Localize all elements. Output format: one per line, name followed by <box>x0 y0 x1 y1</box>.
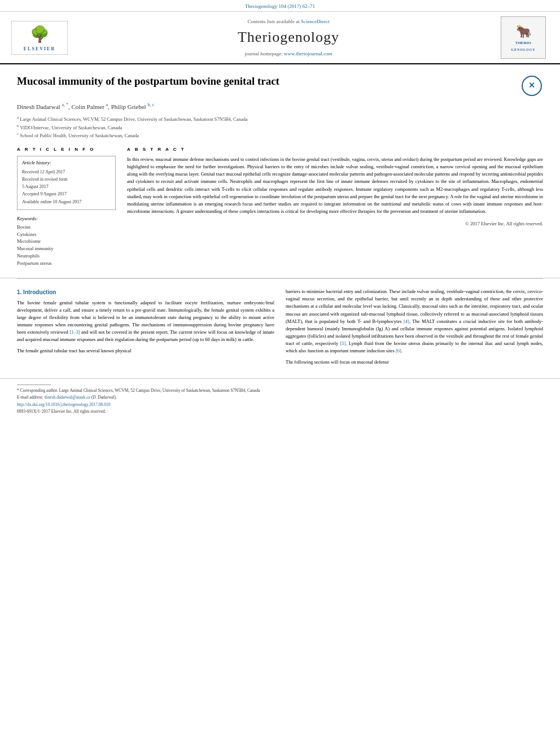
keyword-bovine: Bovine <box>17 224 116 231</box>
logo-text-top: THERIO <box>515 41 531 46</box>
body-content: 1. Introduction The bovine female genita… <box>0 279 560 378</box>
affiliations: a Large Animal Clinical Sciences, WCVM, … <box>17 115 543 139</box>
contents-line: Contents lists available at ScienceDirec… <box>79 18 498 25</box>
history-accepted: Accepted 9 August 2017 <box>22 191 111 197</box>
copyright-line: © 2017 Elsevier Inc. All rights reserved… <box>127 221 543 228</box>
journal-banner: 🌳 ELSEVIER Contents lists available at S… <box>0 12 560 64</box>
footnote-area: * Corresponding author. Large Animal Cli… <box>0 378 560 422</box>
affiliation-b: b VIDO/Intervac, University of Saskatche… <box>17 123 543 132</box>
keyword-mucosal: Mucosal immunity <box>17 246 116 252</box>
body-column-right: barriers to minimize bacterial entry and… <box>286 288 543 369</box>
body-paragraph-3: barriers to minimize bacterial entry and… <box>286 288 543 355</box>
journal-homepage: journal homepage: www.theriojournal.com <box>79 50 498 58</box>
affiliation-a: a Large Animal Clinical Sciences, WCVM, … <box>17 115 543 123</box>
article-body: A R T I C L E I N F O Article history: R… <box>17 146 543 268</box>
article-authors: Dinesh Dadarwal a, *, Colin Palmer a, Ph… <box>17 102 543 111</box>
footnote-corresponding: * Corresponding author. Large Animal Cli… <box>17 388 543 394</box>
author-sup-a: a, * <box>62 102 68 107</box>
bull-icon: 🐂 <box>516 23 531 41</box>
history-received: Received 12 April 2017 <box>22 169 111 175</box>
keyword-neutrophils: Neutrophils <box>17 253 116 260</box>
top-citation-link[interactable]: Theriogenology 104 (2017) 62–71 <box>245 3 315 9</box>
affiliation-c: c School of Public Health, University of… <box>17 131 543 139</box>
article-main: Mucosal immunity of the postpartum bovin… <box>0 64 560 278</box>
footnote-divider <box>17 385 51 385</box>
body-paragraph-2: The female genital tubular tract has sev… <box>17 347 274 355</box>
journal-title-area: Contents lists available at ScienceDirec… <box>79 18 498 58</box>
keyword-postpartum: Postpartum uterus <box>17 260 116 267</box>
abstract-header: A B S T R A C T <box>127 146 543 152</box>
ref-6[interactable]: [6] <box>396 348 401 353</box>
elsevier-logo-area: 🌳 ELSEVIER <box>11 21 79 55</box>
journal-name: Theriogenology <box>79 27 498 47</box>
author-sup-b: b, c <box>147 102 154 107</box>
ref-5[interactable]: [5] <box>340 340 345 346</box>
article-info-header: A R T I C L E I N F O <box>17 146 116 152</box>
keywords-box: Keywords: Bovine Cytokines Microbiome Mu… <box>17 216 116 267</box>
crossmark-icon <box>522 76 542 96</box>
journal-logo-right: 🐂 THERIO GENOLOGY <box>498 16 549 59</box>
section1-heading: 1. Introduction <box>17 288 274 297</box>
body-column-left: 1. Introduction The bovine female genita… <box>17 288 274 369</box>
theriogenology-logo-box: 🐂 THERIO GENOLOGY <box>501 16 546 59</box>
keyword-cytokines: Cytokines <box>17 231 116 238</box>
footnote-doi: http://dx.doi.org/10.1016/j.theriogenolo… <box>17 402 543 408</box>
keywords-title: Keywords: <box>17 216 116 222</box>
abstract-column: A B S T R A C T In this review, mucosal … <box>127 146 543 268</box>
ref-1-3[interactable]: [1–3] <box>69 329 80 335</box>
body-paragraph-1: The bovine female genital tubular system… <box>17 299 274 344</box>
footnote-email: E-mail address: dinesh.dadarwal@usask.ca… <box>17 395 543 401</box>
journal-url[interactable]: www.theriojournal.com <box>284 51 332 56</box>
article-info-column: A R T I C L E I N F O Article history: R… <box>17 146 116 268</box>
article-title: Mucosal immunity of the postpartum bovin… <box>17 75 512 89</box>
email-link[interactable]: dinesh.dadarwal@usask.ca <box>45 395 90 400</box>
history-revised-date: 5 August 2017 <box>22 184 111 190</box>
keyword-microbiome: Microbiome <box>17 238 116 245</box>
sciencedirect-link[interactable]: ScienceDirect <box>301 19 329 24</box>
history-title: Article history: <box>22 160 111 167</box>
elsevier-wordmark: ELSEVIER <box>24 46 55 52</box>
footnote-issn: 0093-691X/© 2017 Elsevier Inc. All right… <box>17 409 543 415</box>
history-online: Available online 10 August 2017 <box>22 199 111 205</box>
elsevier-logo: 🌳 ELSEVIER <box>11 21 68 55</box>
history-revised-label: Received in revised form <box>22 176 111 182</box>
crossmark-badge[interactable] <box>520 75 543 97</box>
author-sup-a2: a <box>106 102 108 107</box>
doi-link[interactable]: http://dx.doi.org/10.1016/j.theriogenolo… <box>17 402 110 407</box>
article-history-box: Article history: Received 12 April 2017 … <box>17 156 116 210</box>
logo-text-bottom: GENOLOGY <box>511 47 535 52</box>
elsevier-tree-icon: 🌳 <box>30 23 50 45</box>
top-citation-bar: Theriogenology 104 (2017) 62–71 <box>0 0 560 12</box>
abstract-text: In this review, mucosal immune defense m… <box>127 156 543 215</box>
article-title-row: Mucosal immunity of the postpartum bovin… <box>17 75 543 97</box>
ref-4[interactable]: [4] <box>404 318 409 324</box>
body-paragraph-4: The following sections will focus on muc… <box>286 359 543 366</box>
